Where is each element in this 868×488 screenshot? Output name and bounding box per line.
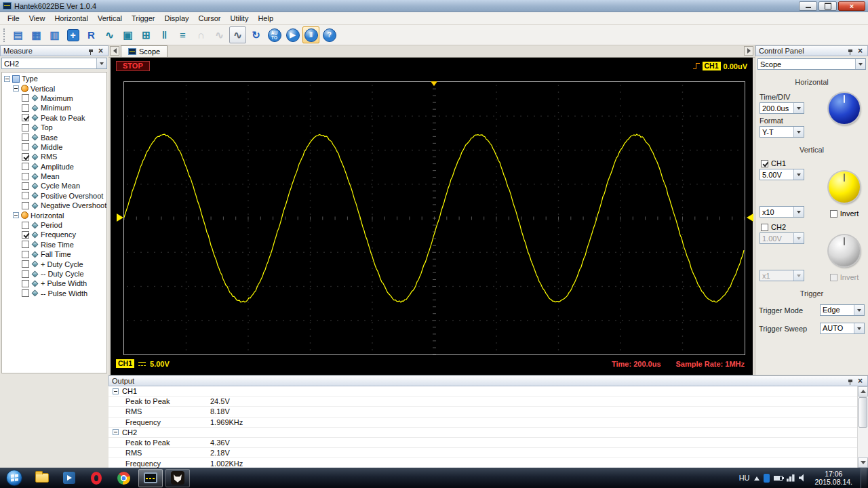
clock[interactable]: 17:06 2015.08.14. (811, 470, 856, 486)
tree-item-rise-time[interactable]: Rise Time (2, 240, 106, 249)
toolbar-cursor-horizontal-button[interactable]: ≡ (174, 26, 191, 43)
tree-item-minimum[interactable]: Minimum (2, 103, 106, 113)
menu-cursor[interactable]: Cursor (194, 13, 226, 24)
expander-icon[interactable] (4, 76, 10, 82)
battery-icon[interactable] (774, 476, 783, 481)
close-icon[interactable] (856, 377, 865, 385)
taskbar-hantek-button[interactable] (138, 469, 163, 487)
tree-item-middle[interactable]: Middle (2, 142, 106, 152)
measure-item-checkbox[interactable] (22, 173, 29, 180)
menu-vertical[interactable]: Vertical (93, 13, 127, 24)
measure-source-select[interactable]: CH2 (1, 58, 107, 69)
measure-item-checkbox[interactable] (22, 289, 29, 297)
expander-icon[interactable] (113, 429, 119, 435)
ch1-probe-select[interactable]: x10 (760, 206, 804, 218)
trigger-level-marker[interactable] (747, 214, 753, 222)
taskbar-opera-button[interactable] (84, 469, 108, 487)
scrollbar-thumb[interactable] (859, 397, 867, 428)
menu-file[interactable]: File (3, 13, 24, 24)
measure-item-checkbox[interactable] (22, 260, 29, 268)
tab-scroll-right-button[interactable] (744, 46, 753, 56)
ch2-enable-checkbox[interactable] (761, 224, 768, 231)
channel1-position-marker[interactable] (117, 214, 123, 222)
tree-item-mean[interactable]: Mean (2, 171, 106, 181)
ch2-probe-select[interactable]: x1 (760, 270, 804, 281)
time-div-select[interactable]: 200.0us (760, 102, 804, 114)
pin-icon[interactable] (846, 377, 854, 385)
close-button[interactable]: × (838, 1, 865, 11)
scroll-down-button[interactable] (858, 458, 868, 468)
format-select[interactable]: Y-T (760, 126, 804, 138)
measure-item-checkbox[interactable] (22, 251, 29, 258)
toolbar-new-file-button[interactable]: ▤ (9, 26, 26, 43)
measure-item-checkbox[interactable] (22, 163, 29, 170)
menu-horizontal[interactable]: Horizontal (50, 13, 93, 24)
panel-mode-select[interactable]: Scope (757, 58, 866, 70)
output-scrollbar[interactable] (857, 386, 868, 468)
ch1-invert-checkbox[interactable] (830, 210, 837, 218)
horizontal-position-knob[interactable] (829, 93, 860, 124)
measure-item-checkbox[interactable] (22, 124, 29, 131)
tab-scope[interactable]: Scope (121, 45, 167, 57)
show-desktop-button[interactable] (861, 468, 867, 488)
tree-item-top[interactable]: Top (2, 123, 106, 132)
ch2-scale-select[interactable]: 1.00V (760, 232, 804, 244)
output-group-ch1[interactable]: CH1 (108, 386, 857, 396)
tree-item-horizontal[interactable]: Horizontal (2, 210, 106, 220)
ch2-invert-checkbox[interactable] (830, 274, 837, 281)
pin-icon[interactable] (86, 47, 95, 55)
menu-view[interactable]: View (24, 13, 50, 24)
toolbar-refresh-button[interactable]: ↻ (248, 26, 264, 43)
expander-icon[interactable] (113, 388, 119, 394)
tree-item-rms[interactable]: RMS (2, 152, 106, 161)
toolbar-grid-display-button[interactable]: ⊞ (138, 26, 155, 43)
hidden-icons-arrow[interactable] (754, 474, 760, 481)
toolbar-save-button[interactable]: ▦ (28, 26, 45, 43)
menu-help[interactable]: Help (253, 13, 278, 24)
tree-item-fall-time[interactable]: Fall Time (2, 249, 106, 259)
close-icon[interactable] (96, 47, 105, 55)
toolbar-auto-button[interactable]: AU TO (266, 26, 283, 43)
expander-icon[interactable] (13, 212, 19, 218)
ch2-position-knob[interactable] (829, 235, 860, 266)
trigger-position-marker[interactable] (431, 81, 437, 86)
expander-icon[interactable] (13, 85, 19, 92)
tree-item-base[interactable]: Base (2, 132, 106, 142)
toolbar-pause-button[interactable]: ‖ (302, 26, 319, 43)
menu-trigger[interactable]: Trigger (127, 13, 159, 24)
trigger-sweep-select[interactable]: AUTO (820, 323, 865, 334)
toolbar-grip[interactable] (3, 28, 6, 42)
toolbar-interpolation-sine-button[interactable]: ∿ (211, 26, 228, 43)
scroll-up-button[interactable] (858, 386, 868, 396)
measure-item-checkbox[interactable] (22, 182, 29, 190)
tab-scroll-left-button[interactable] (110, 46, 119, 56)
toolbar-record-reference-button[interactable]: R (83, 26, 100, 43)
measure-item-checkbox[interactable] (22, 270, 29, 278)
tree-item-negative-overshoot[interactable]: Negative Overshoot (2, 201, 106, 210)
minimize-button[interactable] (799, 1, 817, 11)
bluetooth-icon[interactable] (764, 474, 770, 483)
measure-item-checkbox[interactable] (22, 134, 29, 141)
network-icon[interactable] (787, 474, 795, 482)
tree-item-vertical[interactable]: Vertical (2, 83, 106, 93)
measure-item-checkbox[interactable] (22, 231, 29, 239)
tree-item--duty-cycle[interactable]: -- Duty Cycle (2, 269, 106, 279)
measure-item-checkbox[interactable] (22, 241, 29, 248)
close-icon[interactable] (856, 47, 865, 55)
measure-item-checkbox[interactable] (22, 192, 29, 199)
taskbar-chrome-button[interactable] (111, 469, 136, 487)
taskbar-folder-button[interactable] (30, 469, 54, 487)
volume-icon[interactable] (799, 474, 807, 482)
toolbar-auto-set-button[interactable]: + (64, 26, 81, 43)
toolbar-cursor-vertical-button[interactable]: ‖ (156, 26, 173, 43)
toolbar-interpolation-curve-button[interactable]: ∩ (193, 26, 210, 43)
output-group-ch2[interactable]: CH2 (108, 428, 857, 438)
toolbar-reference-wave-button[interactable]: ∿ (101, 26, 118, 43)
measure-item-checkbox[interactable] (22, 202, 29, 209)
tree-item-period[interactable]: Period (2, 220, 106, 230)
tree-item-type[interactable]: Type (2, 74, 106, 83)
toolbar-interpolation-linear-button[interactable]: ∿ (229, 26, 246, 43)
trigger-mode-select[interactable]: Edge (820, 304, 865, 316)
maximize-button[interactable] (818, 1, 837, 11)
measure-item-checkbox[interactable] (22, 104, 29, 112)
